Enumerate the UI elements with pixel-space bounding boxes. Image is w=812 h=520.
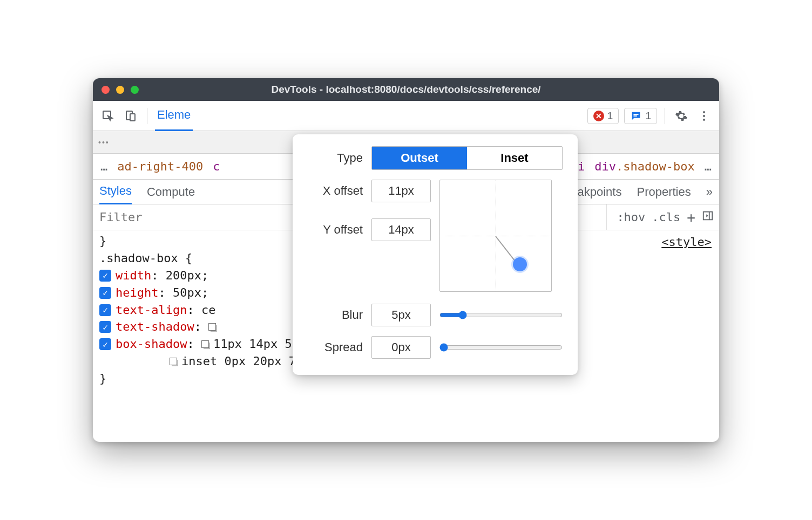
- close-window-button[interactable]: [102, 86, 110, 94]
- messages-count: 1: [645, 110, 651, 122]
- blur-input[interactable]: 5px: [371, 304, 431, 326]
- outset-button[interactable]: Outset: [372, 147, 467, 169]
- stylesheet-link[interactable]: <style>: [661, 234, 712, 251]
- error-icon: ✕: [593, 111, 604, 121]
- type-segmented: Outset Inset: [371, 146, 563, 170]
- decl-checkbox[interactable]: ✓: [99, 321, 111, 333]
- separator: [665, 108, 665, 124]
- blur-label: Blur: [303, 308, 363, 322]
- decl-checkbox[interactable]: ✓: [99, 270, 111, 282]
- errors-badge[interactable]: ✕ 1: [587, 108, 619, 124]
- breadcrumb-selected[interactable]: div.shadow-box: [594, 160, 694, 173]
- inset-button[interactable]: Inset: [467, 147, 562, 169]
- cls-toggle[interactable]: .cls: [652, 210, 680, 224]
- maximize-window-button[interactable]: [131, 86, 139, 94]
- hov-toggle[interactable]: :hov: [617, 210, 645, 224]
- errors-count: 1: [607, 110, 613, 122]
- toggle-sidebar-icon[interactable]: [702, 210, 714, 224]
- shadow-editor-icon[interactable]: [201, 340, 210, 349]
- decl-checkbox[interactable]: ✓: [99, 287, 111, 299]
- xoffset-input[interactable]: 11px: [371, 180, 431, 202]
- shadow-editor-popover: Type Outset Inset X offset 11px Y offset…: [293, 134, 578, 375]
- window-controls: [102, 86, 139, 94]
- svg-point-6: [703, 115, 705, 117]
- breadcrumb-class[interactable]: ad-right-400: [117, 160, 203, 173]
- separator: [147, 108, 147, 124]
- tab-properties[interactable]: Properties: [637, 180, 691, 204]
- svg-point-5: [703, 111, 705, 113]
- spread-slider[interactable]: [439, 343, 563, 352]
- spread-label: Spread: [303, 340, 363, 354]
- devtools-window: DevTools - localhost:8080/docs/devtools/…: [93, 78, 719, 442]
- tab-styles[interactable]: Styles: [99, 180, 132, 204]
- xy-offset-pad[interactable]: [439, 180, 552, 292]
- breadcrumb-ellipsis: …: [100, 160, 107, 173]
- svg-rect-4: [634, 115, 637, 117]
- shadow-editor-icon[interactable]: [170, 358, 178, 366]
- breadcrumb-ellipsis: …: [705, 160, 712, 173]
- minimize-window-button[interactable]: [116, 86, 124, 94]
- device-toggle-icon[interactable]: [122, 107, 139, 125]
- message-icon: [630, 110, 642, 122]
- yoffset-label: Y offset: [303, 223, 363, 237]
- gear-icon[interactable]: [673, 107, 690, 125]
- dom-ellipsis-icon[interactable]: [98, 138, 110, 147]
- inspect-element-icon[interactable]: [99, 107, 117, 125]
- titlebar: DevTools - localhost:8080/docs/devtools/…: [93, 78, 719, 101]
- xy-knob[interactable]: [513, 257, 527, 271]
- tab-breakpoints[interactable]: akpoints: [578, 180, 622, 204]
- messages-badge[interactable]: 1: [624, 108, 657, 124]
- svg-point-7: [703, 119, 705, 121]
- tabs-overflow-icon[interactable]: »: [706, 180, 713, 204]
- shadow-editor-icon[interactable]: [208, 323, 217, 332]
- tab-elements[interactable]: Eleme: [155, 101, 193, 131]
- type-label: Type: [303, 151, 363, 165]
- more-menu-icon[interactable]: [695, 107, 713, 125]
- tab-computed[interactable]: Compute: [147, 180, 195, 204]
- xoffset-label: X offset: [303, 184, 363, 198]
- window-title: DevTools - localhost:8080/docs/devtools/…: [93, 84, 719, 95]
- blur-slider[interactable]: [439, 311, 563, 319]
- yoffset-input[interactable]: 14px: [371, 218, 431, 241]
- add-rule-icon[interactable]: +: [687, 209, 695, 225]
- svg-rect-2: [130, 114, 135, 121]
- spread-input[interactable]: 0px: [371, 336, 431, 359]
- svg-rect-3: [634, 114, 639, 115]
- main-toolbar: Eleme ✕ 1 1: [93, 101, 719, 131]
- decl-checkbox[interactable]: ✓: [99, 338, 111, 350]
- breadcrumb-tag[interactable]: c: [213, 160, 220, 173]
- decl-checkbox[interactable]: ✓: [99, 304, 111, 316]
